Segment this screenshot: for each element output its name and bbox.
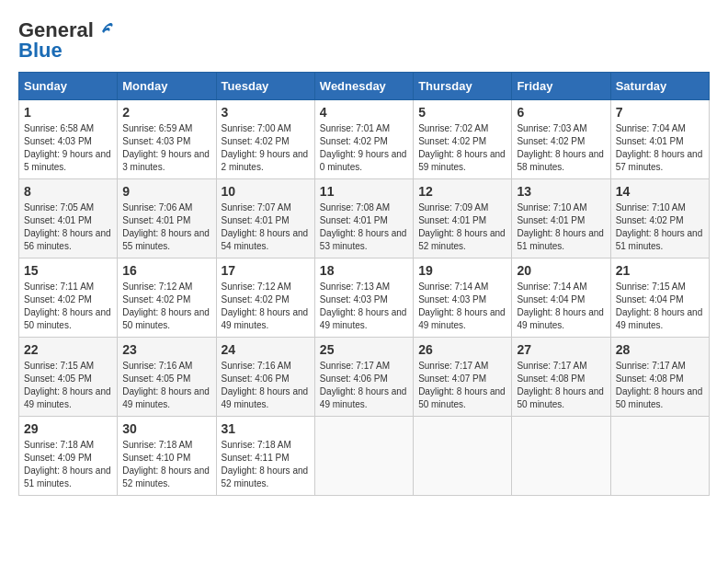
day-number: 17 — [222, 263, 310, 278]
calendar-cell: 27 Sunrise: 7:17 AM Sunset: 4:08 PM Dayl… — [512, 338, 610, 417]
calendar-cell: 31 Sunrise: 7:18 AM Sunset: 4:11 PM Dayl… — [216, 417, 314, 496]
day-number: 18 — [320, 263, 408, 278]
day-info: Sunrise: 7:18 AM Sunset: 4:09 PM Dayligh… — [24, 439, 112, 490]
day-number: 2 — [122, 105, 210, 120]
day-info: Sunrise: 7:17 AM Sunset: 4:06 PM Dayligh… — [320, 360, 408, 411]
header: General Blue — [18, 18, 710, 63]
calendar-cell: 21 Sunrise: 7:15 AM Sunset: 4:04 PM Dayl… — [610, 259, 709, 338]
day-info: Sunrise: 7:17 AM Sunset: 4:07 PM Dayligh… — [418, 360, 506, 411]
day-info: Sunrise: 7:11 AM Sunset: 4:02 PM Dayligh… — [24, 281, 112, 332]
week-row-5: 29 Sunrise: 7:18 AM Sunset: 4:09 PM Dayl… — [19, 417, 710, 496]
day-info: Sunrise: 7:17 AM Sunset: 4:08 PM Dayligh… — [616, 360, 704, 411]
calendar-cell: 11 Sunrise: 7:08 AM Sunset: 4:01 PM Dayl… — [314, 179, 413, 259]
day-number: 16 — [122, 263, 210, 278]
calendar-cell: 22 Sunrise: 7:15 AM Sunset: 4:05 PM Dayl… — [19, 338, 118, 417]
day-number: 15 — [24, 263, 112, 278]
day-info: Sunrise: 7:12 AM Sunset: 4:02 PM Dayligh… — [222, 281, 310, 332]
calendar-cell: 8 Sunrise: 7:05 AM Sunset: 4:01 PM Dayli… — [19, 179, 118, 259]
day-info: Sunrise: 7:00 AM Sunset: 4:02 PM Dayligh… — [222, 122, 310, 174]
calendar-cell: 14 Sunrise: 7:10 AM Sunset: 4:02 PM Dayl… — [610, 179, 709, 259]
day-number: 21 — [616, 263, 704, 278]
day-number: 23 — [122, 342, 210, 357]
calendar-cell: 23 Sunrise: 7:16 AM Sunset: 4:05 PM Dayl… — [118, 338, 216, 417]
day-info: Sunrise: 7:08 AM Sunset: 4:01 PM Dayligh… — [320, 201, 408, 253]
day-info: Sunrise: 7:09 AM Sunset: 4:01 PM Dayligh… — [418, 201, 506, 253]
day-info: Sunrise: 7:02 AM Sunset: 4:02 PM Dayligh… — [418, 122, 506, 174]
day-number: 10 — [222, 184, 310, 199]
day-number: 5 — [418, 105, 506, 120]
day-info: Sunrise: 7:14 AM Sunset: 4:04 PM Dayligh… — [517, 281, 605, 332]
calendar-cell — [414, 417, 512, 496]
weekday-header-thursday: Thursday — [414, 73, 512, 100]
week-row-3: 15 Sunrise: 7:11 AM Sunset: 4:02 PM Dayl… — [19, 259, 710, 338]
logo: General Blue — [18, 18, 116, 63]
calendar-cell: 16 Sunrise: 7:12 AM Sunset: 4:02 PM Dayl… — [118, 259, 216, 338]
calendar-cell: 18 Sunrise: 7:13 AM Sunset: 4:03 PM Dayl… — [314, 259, 413, 338]
day-number: 8 — [24, 184, 112, 199]
week-row-1: 1 Sunrise: 6:58 AM Sunset: 4:03 PM Dayli… — [19, 100, 710, 179]
week-row-4: 22 Sunrise: 7:15 AM Sunset: 4:05 PM Dayl… — [19, 338, 710, 417]
day-info: Sunrise: 7:03 AM Sunset: 4:02 PM Dayligh… — [517, 122, 605, 174]
calendar-cell: 5 Sunrise: 7:02 AM Sunset: 4:02 PM Dayli… — [414, 100, 512, 179]
weekday-header-saturday: Saturday — [610, 73, 709, 100]
day-info: Sunrise: 7:16 AM Sunset: 4:06 PM Dayligh… — [222, 360, 310, 411]
day-number: 28 — [616, 342, 704, 357]
day-info: Sunrise: 7:01 AM Sunset: 4:02 PM Dayligh… — [320, 122, 408, 174]
calendar-cell: 25 Sunrise: 7:17 AM Sunset: 4:06 PM Dayl… — [314, 338, 413, 417]
calendar-cell: 15 Sunrise: 7:11 AM Sunset: 4:02 PM Dayl… — [19, 259, 118, 338]
logo-bird-icon — [96, 20, 116, 40]
day-number: 3 — [222, 105, 310, 120]
calendar-cell: 28 Sunrise: 7:17 AM Sunset: 4:08 PM Dayl… — [610, 338, 709, 417]
day-number: 4 — [320, 105, 408, 120]
day-number: 25 — [320, 342, 408, 357]
calendar-cell — [610, 417, 709, 496]
calendar-cell — [314, 417, 413, 496]
day-number: 13 — [517, 184, 605, 199]
day-info: Sunrise: 7:12 AM Sunset: 4:02 PM Dayligh… — [122, 281, 210, 332]
day-number: 29 — [24, 421, 112, 436]
calendar-cell: 26 Sunrise: 7:17 AM Sunset: 4:07 PM Dayl… — [414, 338, 512, 417]
day-info: Sunrise: 7:16 AM Sunset: 4:05 PM Dayligh… — [122, 360, 210, 411]
calendar-cell: 13 Sunrise: 7:10 AM Sunset: 4:01 PM Dayl… — [512, 179, 610, 259]
day-info: Sunrise: 7:15 AM Sunset: 4:05 PM Dayligh… — [24, 360, 112, 411]
day-number: 11 — [320, 184, 408, 199]
day-info: Sunrise: 7:10 AM Sunset: 4:01 PM Dayligh… — [517, 201, 605, 253]
calendar-cell: 9 Sunrise: 7:06 AM Sunset: 4:01 PM Dayli… — [118, 179, 216, 259]
calendar-cell: 2 Sunrise: 6:59 AM Sunset: 4:03 PM Dayli… — [118, 100, 216, 179]
calendar-cell: 19 Sunrise: 7:14 AM Sunset: 4:03 PM Dayl… — [414, 259, 512, 338]
day-info: Sunrise: 7:14 AM Sunset: 4:03 PM Dayligh… — [418, 281, 506, 332]
calendar-cell: 1 Sunrise: 6:58 AM Sunset: 4:03 PM Dayli… — [19, 100, 118, 179]
day-info: Sunrise: 7:05 AM Sunset: 4:01 PM Dayligh… — [24, 201, 112, 253]
day-number: 7 — [616, 105, 704, 120]
logo-blue: Blue — [18, 39, 63, 63]
calendar-cell — [512, 417, 610, 496]
day-info: Sunrise: 7:13 AM Sunset: 4:03 PM Dayligh… — [320, 281, 408, 332]
calendar-cell: 3 Sunrise: 7:00 AM Sunset: 4:02 PM Dayli… — [216, 100, 314, 179]
weekday-header-tuesday: Tuesday — [216, 73, 314, 100]
calendar-cell: 4 Sunrise: 7:01 AM Sunset: 4:02 PM Dayli… — [314, 100, 413, 179]
calendar-cell: 30 Sunrise: 7:18 AM Sunset: 4:10 PM Dayl… — [118, 417, 216, 496]
day-info: Sunrise: 7:15 AM Sunset: 4:04 PM Dayligh… — [616, 281, 704, 332]
day-number: 30 — [122, 421, 210, 436]
day-info: Sunrise: 7:10 AM Sunset: 4:02 PM Dayligh… — [616, 201, 704, 253]
day-info: Sunrise: 7:06 AM Sunset: 4:01 PM Dayligh… — [122, 201, 210, 253]
calendar-cell: 10 Sunrise: 7:07 AM Sunset: 4:01 PM Dayl… — [216, 179, 314, 259]
day-number: 31 — [222, 421, 310, 436]
weekday-header-friday: Friday — [512, 73, 610, 100]
day-info: Sunrise: 6:59 AM Sunset: 4:03 PM Dayligh… — [122, 122, 210, 174]
day-number: 9 — [122, 184, 210, 199]
day-number: 6 — [517, 105, 605, 120]
day-info: Sunrise: 7:07 AM Sunset: 4:01 PM Dayligh… — [222, 201, 310, 253]
day-number: 14 — [616, 184, 704, 199]
day-info: Sunrise: 6:58 AM Sunset: 4:03 PM Dayligh… — [24, 122, 112, 174]
calendar-cell: 20 Sunrise: 7:14 AM Sunset: 4:04 PM Dayl… — [512, 259, 610, 338]
day-number: 27 — [517, 342, 605, 357]
day-info: Sunrise: 7:17 AM Sunset: 4:08 PM Dayligh… — [517, 360, 605, 411]
weekday-header-monday: Monday — [118, 73, 216, 100]
day-number: 20 — [517, 263, 605, 278]
day-number: 24 — [222, 342, 310, 357]
day-number: 1 — [24, 105, 112, 120]
calendar-cell: 6 Sunrise: 7:03 AM Sunset: 4:02 PM Dayli… — [512, 100, 610, 179]
day-number: 22 — [24, 342, 112, 357]
weekday-header-sunday: Sunday — [19, 73, 118, 100]
